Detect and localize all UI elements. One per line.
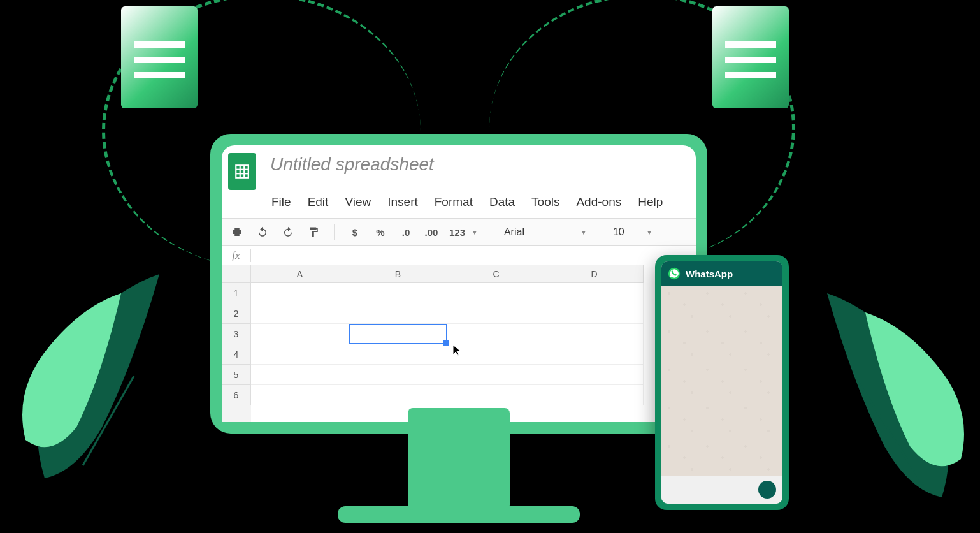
row-header[interactable]: 3	[222, 324, 251, 344]
column-header[interactable]: C	[447, 265, 545, 283]
cell[interactable]	[545, 303, 644, 324]
menu-format[interactable]: Format	[435, 195, 473, 209]
menu-view[interactable]: View	[345, 195, 371, 209]
row-header[interactable]: 6	[222, 385, 251, 405]
cell[interactable]	[545, 365, 644, 385]
menu-bar: File Edit View Insert Format Data Tools …	[222, 190, 696, 218]
menu-tools[interactable]: Tools	[531, 195, 559, 209]
redo-icon[interactable]	[280, 223, 296, 242]
svg-rect-0	[236, 165, 249, 178]
cell[interactable]	[545, 385, 644, 405]
fx-label: fx	[222, 249, 251, 262]
monitor-camera-tab	[360, 94, 558, 145]
cell[interactable]	[251, 283, 349, 303]
document-title[interactable]: Untitled spreadsheet	[270, 154, 434, 175]
monitor-stand	[338, 506, 580, 523]
menu-insert[interactable]: Insert	[387, 195, 418, 209]
row-header[interactable]: 1	[222, 283, 251, 303]
cell[interactable]	[545, 324, 644, 344]
percent-button[interactable]: %	[373, 223, 388, 242]
whatsapp-title: WhatsApp	[686, 268, 733, 279]
document-icon	[712, 6, 789, 108]
cell[interactable]	[251, 344, 349, 365]
whatsapp-icon	[668, 267, 681, 280]
toolbar-separator	[491, 224, 491, 240]
menu-help[interactable]: Help	[638, 195, 663, 209]
toolbar-separator	[334, 224, 335, 240]
select-all-corner[interactable]	[222, 265, 251, 283]
number-format-button[interactable]: 123▼	[449, 223, 478, 242]
cell[interactable]	[349, 303, 447, 324]
print-icon[interactable]	[229, 223, 245, 242]
cell[interactable]	[349, 344, 447, 365]
cell[interactable]	[349, 283, 447, 303]
cell[interactable]	[349, 365, 447, 385]
cell[interactable]	[251, 385, 349, 405]
whatsapp-input-bar	[661, 476, 782, 504]
cursor-icon	[452, 344, 463, 360]
menu-data[interactable]: Data	[489, 195, 515, 209]
decorative-leaves-right	[757, 255, 980, 523]
document-icon	[121, 6, 198, 108]
cell[interactable]	[447, 303, 545, 324]
currency-button[interactable]: $	[347, 223, 363, 242]
row-header[interactable]: 2	[222, 303, 251, 324]
monitor-frame: Untitled spreadsheet File Edit View Inse…	[210, 134, 707, 434]
toolbar-separator	[600, 224, 600, 240]
selected-cell-outline[interactable]	[349, 324, 447, 344]
font-selector[interactable]: Arial▼	[504, 223, 587, 242]
decrease-decimal-button[interactable]: .0	[398, 223, 414, 242]
column-header[interactable]: D	[545, 265, 644, 283]
whatsapp-header: WhatsApp	[661, 261, 782, 286]
whatsapp-app: WhatsApp	[661, 261, 782, 504]
menu-file[interactable]: File	[271, 195, 291, 209]
cell[interactable]	[447, 365, 545, 385]
toolbar: $ % .0 .00 123▼ Arial▼ 10▼	[222, 218, 696, 246]
cell[interactable]	[447, 385, 545, 405]
cell[interactable]	[349, 385, 447, 405]
cell[interactable]	[251, 365, 349, 385]
increase-decimal-button[interactable]: .00	[424, 223, 439, 242]
whatsapp-chat-area[interactable]	[661, 286, 782, 476]
cell[interactable]	[251, 324, 349, 344]
row-header[interactable]: 4	[222, 344, 251, 365]
formula-input[interactable]	[251, 246, 696, 265]
spreadsheet-grid: 1 2 3 4 5 6 A B C D	[222, 265, 696, 422]
spreadsheet-app: Untitled spreadsheet File Edit View Inse…	[222, 145, 696, 422]
phone-frame: WhatsApp	[655, 255, 789, 510]
menu-addons[interactable]: Add-ons	[576, 195, 621, 209]
menu-edit[interactable]: Edit	[308, 195, 329, 209]
cell[interactable]	[251, 303, 349, 324]
cell[interactable]	[447, 283, 545, 303]
sheets-logo-icon	[228, 153, 256, 190]
column-header[interactable]: B	[349, 265, 447, 283]
cell[interactable]	[545, 283, 644, 303]
column-header[interactable]: A	[251, 265, 349, 283]
undo-icon[interactable]	[255, 223, 270, 242]
send-button[interactable]	[758, 481, 776, 499]
row-header[interactable]: 5	[222, 365, 251, 385]
formula-bar: fx	[222, 246, 696, 265]
cell[interactable]	[447, 324, 545, 344]
font-size-selector[interactable]: 10▼	[613, 223, 652, 242]
cell[interactable]	[545, 344, 644, 365]
decorative-leaves-left	[6, 236, 229, 504]
paint-format-icon[interactable]	[306, 223, 321, 242]
